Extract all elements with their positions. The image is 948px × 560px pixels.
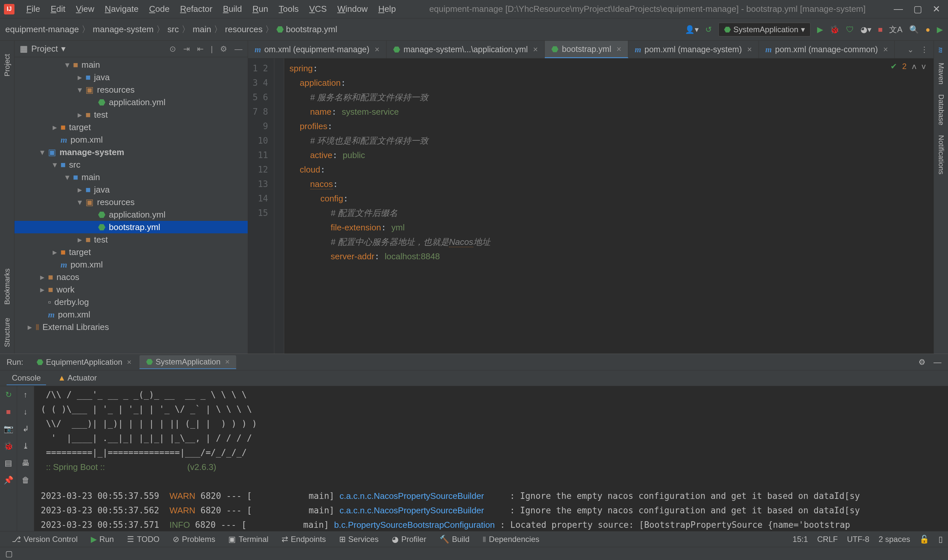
editor-tab[interactable]: ⬣manage-system\...\application.yml×	[386, 41, 545, 58]
menu-window[interactable]: Window	[332, 3, 373, 15]
menu-refactor[interactable]: Refactor	[174, 3, 218, 15]
settings-icon[interactable]: ⚙	[220, 45, 227, 54]
stop-icon[interactable]: ■	[878, 25, 883, 34]
run-config-selector[interactable]: ⬣ SystemApplication ▾	[718, 23, 811, 37]
tree-item[interactable]: mpom.xml	[14, 258, 248, 271]
menu-code[interactable]: Code	[144, 3, 174, 15]
account-icon[interactable]: ●	[926, 25, 931, 34]
coverage-icon[interactable]: 🛡	[846, 25, 854, 34]
run-config-tab[interactable]: ⬣ SystemApplication ×	[139, 355, 236, 369]
tool-todo[interactable]: ☰ TODO	[120, 535, 166, 544]
pin-icon[interactable]: 📌	[4, 475, 14, 485]
tree-item[interactable]: ▸■work	[14, 283, 248, 296]
tree-item[interactable]: ▾▣resources	[14, 83, 248, 96]
menu-file[interactable]: File	[21, 3, 45, 15]
expand-all-icon[interactable]: ⇥	[183, 45, 190, 54]
translate-icon[interactable]: 文A	[889, 24, 902, 35]
wrap-icon[interactable]: ↲	[22, 424, 29, 434]
rerun-icon[interactable]: ↻	[5, 390, 12, 399]
stop-icon[interactable]: ■	[6, 407, 11, 416]
editor-tab[interactable]: ⬣bootstrap.yml×	[545, 41, 628, 58]
search-icon[interactable]: 🔍	[909, 25, 919, 34]
close-tab-icon[interactable]: ×	[533, 45, 538, 54]
tree-item[interactable]: ▾■main	[14, 58, 248, 71]
line-separator[interactable]: CRLF	[817, 535, 838, 544]
run-subtab[interactable]: ▲ Actuator	[52, 371, 102, 385]
tree-item[interactable]: ▾■src	[14, 158, 248, 171]
tool-profiler[interactable]: ◕ Profiler	[385, 535, 433, 544]
tool-run[interactable]: ▶ Run	[84, 535, 120, 544]
clear-icon[interactable]: 🗑	[22, 475, 29, 485]
indent-setting[interactable]: 2 spaces	[879, 535, 910, 544]
menu-help[interactable]: Help	[373, 3, 401, 15]
minimize-button[interactable]: —	[894, 4, 903, 14]
project-title[interactable]: ▦ Project ▾	[20, 44, 65, 54]
breadcrumb-item[interactable]: resources	[225, 24, 262, 34]
run-config-tab[interactable]: ⬣ EquipmentApplication ×	[30, 355, 138, 369]
tree-item[interactable]: ⬣application.yml	[14, 208, 248, 221]
tool-dependencies[interactable]: ⫴ Dependencies	[476, 535, 546, 544]
layout-icon[interactable]: ▤	[5, 458, 12, 468]
close-tab-icon[interactable]: ×	[883, 45, 888, 54]
tool-endpoints[interactable]: ⇄ Endpoints	[275, 535, 333, 544]
close-tab-icon[interactable]: ×	[375, 45, 380, 54]
menu-edit[interactable]: Edit	[45, 3, 71, 15]
memory-icon[interactable]: ▯	[939, 535, 943, 544]
tree-item[interactable]: ▸⫴External Libraries	[14, 321, 248, 333]
console-output[interactable]: /\\ / ___'_ __ _ _(_)_ __ __ _ \ \ \ \ (…	[34, 386, 948, 531]
run-settings-icon[interactable]: ⚙	[919, 358, 926, 367]
close-button[interactable]: ✕	[933, 4, 940, 14]
maven-label[interactable]: Maven	[937, 63, 945, 85]
tree-item[interactable]: ▸■nacos	[14, 271, 248, 283]
tool-problems[interactable]: ⊘ Problems	[166, 535, 222, 544]
run-icon[interactable]: ▶	[817, 25, 823, 34]
menu-navigate[interactable]: Navigate	[100, 3, 144, 15]
build-icon[interactable]: ↺	[705, 25, 712, 34]
breadcrumb-item[interactable]: equipment-manage	[5, 24, 79, 34]
camera-icon[interactable]: 📷	[4, 424, 14, 434]
tree-item[interactable]: ▸■test	[14, 108, 248, 121]
tool-build[interactable]: 🔨 Build	[433, 535, 476, 544]
profile-icon[interactable]: ◕▾	[860, 25, 871, 34]
tool-terminal[interactable]: ▣ Terminal	[222, 535, 275, 544]
tool-services[interactable]: ⊞ Services	[333, 535, 385, 544]
status-icon[interactable]: ▢	[5, 549, 13, 558]
tab-more-icon[interactable]: ⋮	[920, 45, 928, 54]
menu-build[interactable]: Build	[218, 3, 247, 15]
run-hide-icon[interactable]: —	[934, 358, 942, 367]
attach-icon[interactable]: 🐞	[4, 442, 14, 451]
scroll-icon[interactable]: ⤓	[22, 442, 29, 451]
tree-item[interactable]: ▸■java	[14, 183, 248, 196]
structure-tool-button[interactable]: Structure	[3, 318, 11, 347]
tree-item[interactable]: mpom.xml	[14, 308, 248, 321]
tree-item[interactable]: ▾▣resources	[14, 196, 248, 208]
maximize-button[interactable]: ▢	[914, 4, 922, 14]
editor-tab[interactable]: mpom.xml (manage-common)×	[759, 41, 895, 58]
code-editor[interactable]: spring: application: # 服务名称和配置文件保持一致 nam…	[284, 58, 934, 354]
breadcrumb[interactable]: equipment-manage〉manage-system〉src〉main〉…	[5, 24, 337, 35]
user-icon[interactable]: 👤▾	[685, 25, 699, 34]
tree-item[interactable]: ▸■test	[14, 233, 248, 246]
menu-tools[interactable]: Tools	[273, 3, 304, 15]
tree-item[interactable]: ▾■main	[14, 171, 248, 183]
menu-view[interactable]: View	[71, 3, 100, 15]
tree-item[interactable]: ▫derby.log	[14, 296, 248, 308]
breadcrumb-item[interactable]: manage-system	[93, 24, 154, 34]
cursor-position[interactable]: 15:1	[793, 535, 808, 544]
readonly-icon[interactable]: 🔓	[919, 535, 929, 544]
debug-icon[interactable]: 🐞	[829, 25, 840, 34]
next-highlight-icon[interactable]: v	[922, 62, 926, 71]
project-tree[interactable]: ▾■main▸■java▾▣resources⬣application.yml▸…	[14, 57, 248, 354]
breadcrumb-item[interactable]: main	[193, 24, 211, 34]
breadcrumb-item[interactable]: src	[167, 24, 179, 34]
prev-highlight-icon[interactable]: ʌ	[912, 62, 916, 71]
editor-tab[interactable]: mpom.xml (manage-system)×	[628, 41, 759, 58]
file-encoding[interactable]: UTF-8	[847, 535, 869, 544]
close-tab-icon[interactable]: ×	[616, 45, 621, 54]
editor-tab[interactable]: mom.xml (equipment-manage)×	[248, 41, 386, 58]
bookmarks-tool-button[interactable]: Bookmarks	[3, 269, 11, 305]
tree-item[interactable]: ▸■target	[14, 246, 248, 258]
maven-tool-button[interactable]: m	[937, 47, 945, 53]
select-opened-icon[interactable]: ⊙	[170, 45, 176, 54]
hide-icon[interactable]: —	[235, 45, 242, 54]
